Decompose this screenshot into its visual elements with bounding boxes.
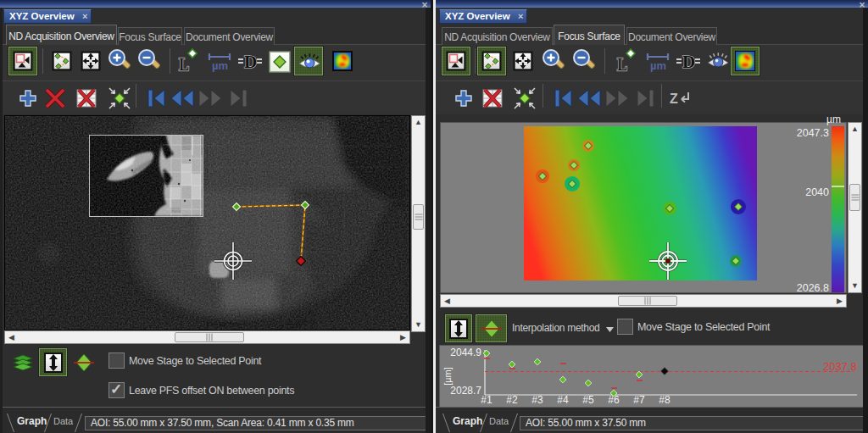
svg-text:2026.8: 2026.8 bbox=[797, 282, 829, 292]
svg-text:[µm]: [µm] bbox=[442, 367, 453, 386]
svg-text:2044.9: 2044.9 bbox=[450, 347, 481, 358]
svg-text:#7: #7 bbox=[633, 394, 645, 406]
svg-text:µm: µm bbox=[212, 59, 228, 72]
svg-text:Z: Z bbox=[670, 92, 678, 106]
svg-text:µm: µm bbox=[650, 59, 666, 72]
svg-text:#2: #2 bbox=[506, 394, 518, 406]
svg-text:2040: 2040 bbox=[805, 186, 829, 198]
svg-text:2047.3: 2047.3 bbox=[797, 127, 829, 139]
svg-text:D: D bbox=[244, 52, 257, 72]
svg-text:#8: #8 bbox=[659, 394, 670, 406]
svg-text:L: L bbox=[617, 55, 627, 74]
svg-text:#1: #1 bbox=[481, 394, 492, 406]
svg-text:D: D bbox=[682, 52, 695, 72]
svg-text:#3: #3 bbox=[531, 394, 543, 406]
svg-text:2037.8: 2037.8 bbox=[823, 360, 857, 373]
svg-text:L: L bbox=[179, 55, 189, 74]
svg-text:2028.7: 2028.7 bbox=[450, 385, 481, 397]
svg-text:#5: #5 bbox=[582, 394, 594, 406]
svg-text:#4: #4 bbox=[557, 394, 569, 406]
